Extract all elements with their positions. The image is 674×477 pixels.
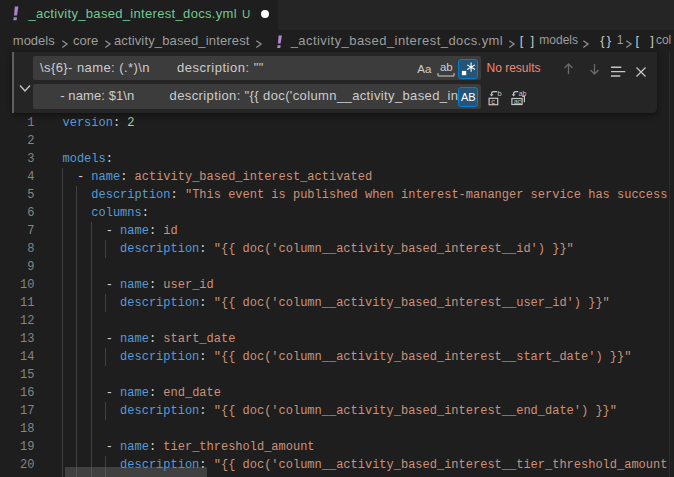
svg-text:b: b [497, 90, 501, 98]
svg-text:ac: ac [514, 97, 522, 104]
svg-text:c: c [491, 96, 495, 105]
svg-text:ab: ab [519, 90, 527, 97]
